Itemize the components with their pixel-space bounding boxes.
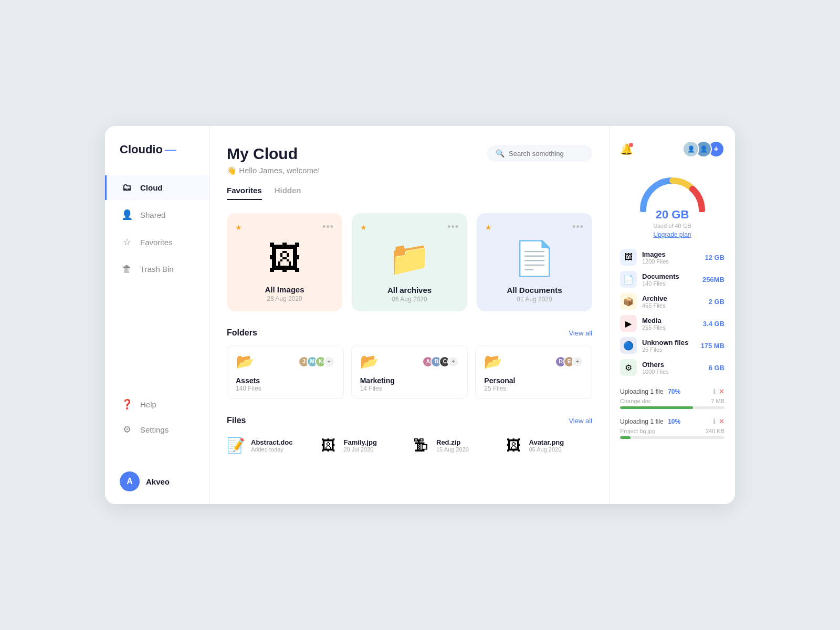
files-grid: 📝 Abstract.doc Added today 🖼 Family.jpg …	[227, 433, 592, 459]
file-item-red-zip[interactable]: 🗜 Red.zip 15 Aug 2020	[412, 433, 500, 459]
storage-item-info: Unknown files 25 Files	[642, 339, 695, 353]
favorites-icon: ☆	[121, 236, 133, 248]
panel-user-avatars: 👤 👤 +	[682, 141, 724, 158]
fav-image-icon: 🖼	[268, 239, 301, 278]
storage-item-size: 256MB	[702, 276, 724, 284]
star-icon: ★	[360, 223, 367, 232]
more-options-icon[interactable]: •••	[447, 222, 459, 233]
main-content: My Cloud 👋 Hello James, welcome! 🔍 Favor…	[210, 126, 609, 504]
folder-avatars: A B C +	[422, 356, 459, 368]
fav-card-all-archives[interactable]: ★ ••• 📁 All archives 06 Aug 2020	[352, 213, 467, 311]
storage-item-count: 1200 Files	[642, 258, 699, 265]
folder-count: 14 Files	[360, 385, 459, 392]
upload-actions: ℹ ✕	[713, 417, 724, 425]
file-item-avatar[interactable]: 🖼 Avatar.png 05 Aug 2020	[505, 433, 593, 459]
files-view-all[interactable]: View all	[569, 417, 592, 425]
storage-item-media: ▶ Media 255 Files 3.4 GB	[620, 315, 724, 332]
upload-info-icon[interactable]: ℹ	[713, 387, 716, 395]
storage-item-others: ⚙ Others 1000 Files 6 GB	[620, 359, 724, 376]
sidebar-item-trash[interactable]: 🗑 Trash Bin	[105, 257, 209, 281]
page-subtitle: 👋 Hello James, welcome!	[227, 166, 320, 175]
shared-icon: 👤	[121, 209, 133, 220]
add-member-icon[interactable]: +	[323, 356, 335, 368]
folder-count: 25 Files	[484, 385, 583, 392]
fav-card-name: All Documents	[507, 286, 562, 295]
images-storage-icon: 🖼	[620, 249, 637, 266]
add-member-icon[interactable]: +	[447, 356, 459, 368]
upload-label-text: Uploading 1 file	[620, 418, 664, 425]
fav-archive-icon: 📁	[388, 239, 430, 278]
notification-bell-container[interactable]: 🔔	[620, 143, 633, 155]
add-member-icon[interactable]: +	[572, 356, 583, 368]
storage-item-name: Others	[642, 361, 704, 369]
more-options-icon[interactable]: •••	[322, 222, 334, 233]
storage-item-name: Documents	[642, 272, 697, 280]
folder-card-assets[interactable]: 📂 J M K + Assets 140 Files	[227, 345, 344, 399]
folder-name: Marketing	[360, 376, 459, 385]
nav-label-favorites: Favorites	[140, 238, 173, 247]
settings-icon: ⚙	[121, 424, 133, 435]
sidebar-nav: 🗂 Cloud 👤 Shared ☆ Favorites 🗑 Trash Bin	[105, 175, 209, 383]
page-title: My Cloud	[227, 145, 320, 163]
sidebar-item-shared[interactable]: 👤 Shared	[105, 202, 209, 227]
folders-view-all[interactable]: View all	[569, 329, 592, 337]
storage-used: 20 GB	[656, 208, 689, 222]
team-avatar-1: 👤	[682, 141, 699, 158]
file-date: 20 Jul 2020	[344, 446, 377, 453]
file-item-family[interactable]: 🖼 Family.jpg 20 Jul 2020	[320, 433, 407, 459]
search-bar[interactable]: 🔍	[487, 145, 592, 162]
user-avatar: A	[120, 471, 140, 491]
folder-card-marketing[interactable]: 📂 A B C + Marketing 14 Files	[351, 345, 468, 399]
upload-percent: 10%	[668, 418, 680, 425]
upload-progress-bar-fill-1	[620, 406, 693, 409]
upload-header-2: Uploading 1 file 10% ℹ ✕	[620, 416, 724, 426]
upload-info-icon[interactable]: ℹ	[713, 417, 716, 425]
upload-cancel-icon[interactable]: ✕	[719, 387, 724, 395]
main-tabs: Favorites Hidden	[227, 186, 592, 201]
upload-cancel-icon[interactable]: ✕	[719, 417, 724, 425]
fav-card-date: 28 Aug 2020	[267, 295, 302, 302]
user-badge[interactable]: A Akveo	[120, 471, 195, 491]
file-info: Avatar.png 05 Aug 2020	[529, 438, 564, 453]
sidebar-item-cloud[interactable]: 🗂 Cloud	[105, 175, 209, 200]
file-info: Abstract.doc Added today	[251, 438, 292, 453]
tab-favorites[interactable]: Favorites	[227, 186, 262, 200]
others-storage-icon: ⚙	[620, 359, 637, 376]
unknown-storage-icon: 🔵	[620, 337, 637, 354]
sidebar-item-favorites[interactable]: ☆ Favorites	[105, 229, 209, 255]
storage-item-name: Archive	[642, 295, 704, 302]
help-icon: ❓	[121, 398, 133, 410]
nav-label-cloud: Cloud	[140, 183, 163, 192]
folder-avatars: D E +	[555, 356, 583, 368]
upload-filename: Change.doc	[620, 398, 651, 404]
star-icon: ★	[485, 223, 492, 232]
upload-row: Change.doc 7 MB	[620, 398, 724, 404]
fav-card-all-documents[interactable]: ★ ••• 📄 All Documents 01 Aug 2020	[477, 213, 592, 311]
tab-hidden[interactable]: Hidden	[275, 186, 301, 200]
upgrade-plan-link[interactable]: Upgrade plan	[653, 231, 691, 238]
folder-top: 📂 A B C +	[360, 353, 459, 370]
upload-row: Project bg.jpg 240 KB	[620, 428, 724, 434]
file-zip-icon: 🗜	[412, 437, 429, 454]
file-info: Family.jpg 20 Jul 2020	[344, 438, 377, 453]
folder-icon: 📂	[484, 353, 502, 370]
sidebar-item-settings[interactable]: ⚙ Settings	[105, 417, 209, 442]
storage-item-size: 2 GB	[709, 298, 724, 306]
fav-card-all-images[interactable]: ★ ••• 🖼 All Images 28 Aug 2020	[227, 213, 342, 311]
file-date: 15 Aug 2020	[436, 446, 469, 453]
upload-label-text: Uploading 1 file	[620, 388, 664, 395]
sidebar-item-help[interactable]: ❓ Help	[105, 392, 209, 417]
storage-item-info: Images 1200 Files	[642, 250, 699, 265]
folders-grid: 📂 J M K + Assets 140 Files 📂 A B	[227, 345, 592, 399]
storage-item-info: Documents 140 Files	[642, 272, 697, 287]
search-input[interactable]	[509, 150, 584, 158]
file-name: Avatar.png	[529, 438, 564, 446]
upload-percent: 70%	[668, 388, 680, 395]
trash-icon: 🗑	[121, 264, 133, 275]
folder-card-personal[interactable]: 📂 D E + Personal 25 Files	[475, 345, 592, 399]
file-item-abstract[interactable]: 📝 Abstract.doc Added today	[227, 433, 314, 459]
fav-card-top: ★ •••	[485, 222, 584, 233]
folder-name: Personal	[484, 376, 583, 385]
more-options-icon[interactable]: •••	[572, 222, 584, 233]
upload-filesize: 7 MB	[711, 398, 724, 404]
